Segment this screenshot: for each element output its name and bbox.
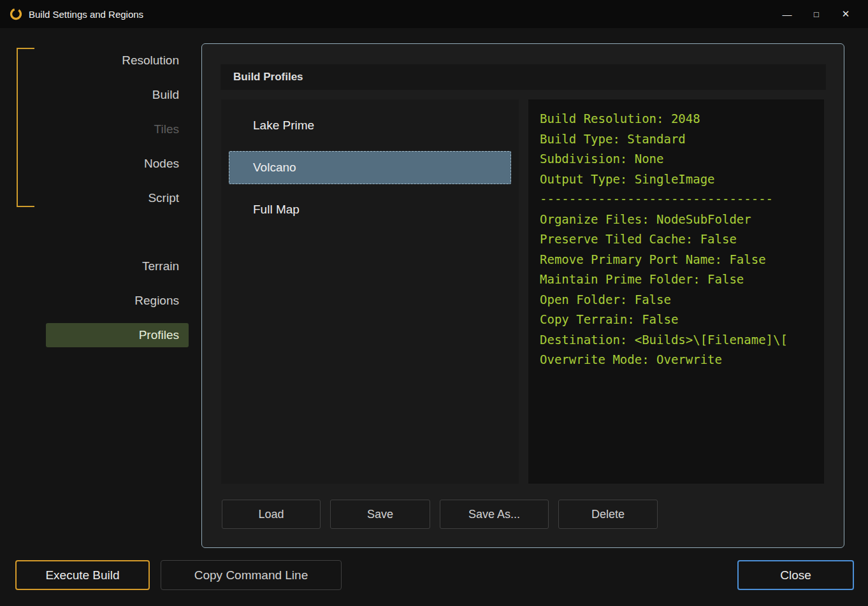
- detail-line: Build Type: Standard: [540, 129, 824, 150]
- detail-line: Output Type: SingleImage: [540, 170, 824, 190]
- detail-line: Remove Primary Port Name: False: [540, 250, 824, 270]
- sidebar-item-profiles[interactable]: Profiles: [0, 318, 179, 352]
- detail-line: Maintain Prime Folder: False: [540, 270, 824, 290]
- panel-title: Build Profiles: [233, 71, 303, 83]
- sidebar-nav-group-build: Resolution Build Tiles Nodes Script: [0, 43, 179, 215]
- detail-line: Organize Files: NodeSubFolder: [540, 210, 824, 230]
- profile-item-lake-prime[interactable]: Lake Prime: [221, 105, 519, 147]
- sidebar-item-label: Script: [148, 191, 179, 205]
- sidebar-item-label: Terrain: [142, 259, 179, 273]
- copy-command-line-button[interactable]: Copy Command Line: [161, 560, 342, 590]
- load-button[interactable]: Load: [222, 500, 321, 529]
- save-as-button[interactable]: Save As...: [440, 500, 549, 529]
- sidebar-item-label: Nodes: [144, 157, 179, 171]
- sidebar-item-tiles: Tiles: [0, 112, 179, 147]
- execute-build-button[interactable]: Execute Build: [15, 560, 150, 590]
- close-dialog-button[interactable]: Close: [737, 560, 854, 590]
- panel-header: Build Profiles: [221, 64, 826, 90]
- sidebar-item-label: Build: [152, 88, 179, 102]
- sidebar-item-label: Regions: [134, 294, 179, 308]
- profile-item-label: Volcano: [253, 161, 296, 175]
- detail-line: Build Resolution: 2048: [540, 109, 824, 129]
- detail-line: Open Folder: False: [540, 290, 824, 310]
- detail-line: Copy Terrain: False: [540, 310, 824, 330]
- detail-line: Overwrite Mode: Overwrite: [540, 350, 824, 370]
- detail-line: Destination: <Builds>\[Filename]\[: [540, 330, 824, 350]
- detail-separator-line: --------------------------------: [540, 189, 824, 210]
- app-logo-icon: [9, 7, 23, 21]
- profile-item-label: Lake Prime: [253, 119, 314, 133]
- profile-item-full-map[interactable]: Full Map: [221, 189, 519, 231]
- build-settings-window: Build Settings and Regions — □ ✕ Resolut…: [0, 0, 868, 606]
- sidebar-item-resolution[interactable]: Resolution: [0, 43, 179, 78]
- sidebar-item-regions[interactable]: Regions: [0, 284, 179, 318]
- sidebar-item-label: Resolution: [122, 54, 179, 68]
- delete-button[interactable]: Delete: [558, 500, 658, 529]
- sidebar-nav-group-other: Terrain Regions Profiles: [0, 249, 179, 352]
- detail-line: Subdivision: None: [540, 149, 824, 170]
- build-profiles-panel: Build Profiles Lake Prime Volcano Full M…: [201, 43, 844, 548]
- sidebar-item-terrain[interactable]: Terrain: [0, 249, 179, 284]
- sidebar-item-label: Tiles: [154, 122, 179, 136]
- sidebar-item-label: Profiles: [139, 328, 179, 342]
- maximize-button[interactable]: □: [802, 0, 831, 28]
- profile-list: Lake Prime Volcano Full Map: [221, 99, 519, 484]
- close-window-button[interactable]: ✕: [831, 0, 860, 28]
- save-button[interactable]: Save: [330, 500, 430, 529]
- titlebar: Build Settings and Regions — □ ✕: [0, 0, 868, 28]
- detail-line: Preserve Tiled Cache: False: [540, 229, 824, 250]
- window-title: Build Settings and Regions: [29, 9, 143, 20]
- sidebar-item-build[interactable]: Build: [0, 78, 179, 112]
- profile-actions: Load Save Save As... Delete: [222, 500, 658, 529]
- sidebar-item-nodes[interactable]: Nodes: [0, 147, 179, 181]
- profile-item-volcano[interactable]: Volcano: [221, 147, 519, 189]
- sidebar-item-script[interactable]: Script: [0, 181, 179, 215]
- profile-item-label: Full Map: [253, 203, 300, 217]
- profile-details-panel: Build Resolution: 2048 Build Type: Stand…: [528, 99, 824, 484]
- minimize-button[interactable]: —: [772, 0, 802, 28]
